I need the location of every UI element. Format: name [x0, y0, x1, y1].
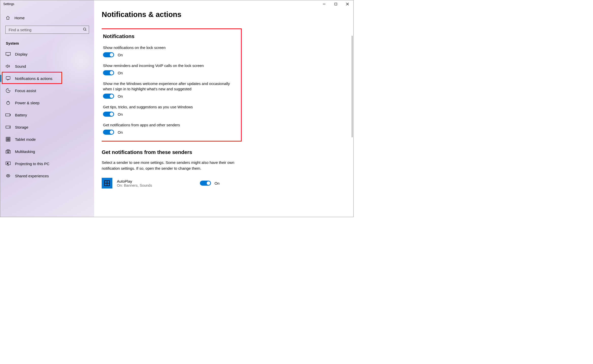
setting-0: Show notifications on the lock screen On [102, 45, 237, 57]
setting-1: Show reminders and incoming VoIP calls o… [102, 63, 237, 75]
sidebar-item-shared[interactable]: Shared experiences [0, 170, 94, 182]
sidebar: Home System DisplaySoundNotifications & … [0, 0, 94, 217]
svg-rect-11 [6, 114, 10, 116]
home-nav[interactable]: Home [0, 13, 94, 23]
search-box[interactable] [5, 26, 89, 34]
svg-rect-12 [10, 114, 10, 115]
toggle-switch[interactable] [103, 112, 114, 117]
setting-label: Get notifications from apps and other se… [103, 122, 237, 128]
sidebar-item-notifications[interactable]: Notifications & actions [0, 72, 94, 84]
toggle-switch[interactable] [103, 130, 114, 135]
svg-rect-16 [7, 138, 8, 139]
svg-rect-18 [7, 140, 8, 141]
sidebar-item-label: Storage [15, 125, 28, 129]
sidebar-item-label: Multitasking [15, 149, 35, 154]
sidebar-item-battery[interactable]: Battery [0, 109, 94, 121]
page-title: Notifications & actions [102, 10, 348, 19]
svg-rect-17 [8, 138, 10, 139]
toggle-switch[interactable] [103, 70, 114, 75]
toggle-state-label: On [118, 112, 123, 116]
sender-toggle-switch[interactable] [200, 181, 211, 186]
sidebar-item-label: Power & sleep [15, 101, 40, 105]
sidebar-item-label: Display [15, 52, 27, 56]
sidebar-item-label: Notifications & actions [15, 76, 53, 81]
maximize-button[interactable] [330, 0, 342, 8]
setting-label: Show reminders and incoming VoIP calls o… [103, 63, 237, 68]
sidebar-item-label: Sound [15, 64, 26, 68]
main-panel: Notifications & actions Notifications Sh… [94, 0, 353, 217]
toggle-state-label: On [118, 71, 123, 75]
sender-toggle-state: On [215, 181, 220, 185]
sender-status: On: Banners, Sounds [117, 183, 152, 187]
storage-icon [5, 125, 11, 130]
minimize-button[interactable] [318, 0, 330, 8]
shared-icon [5, 173, 11, 178]
svg-rect-6 [6, 53, 10, 55]
toggle-switch[interactable] [103, 52, 114, 57]
search-icon [83, 27, 87, 32]
setting-label: Show notifications on the lock screen [103, 45, 237, 50]
sidebar-item-sound[interactable]: Sound [0, 60, 94, 72]
home-label: Home [14, 16, 25, 20]
sender-row-0[interactable]: AutoPlay On: Banners, Sounds On [102, 178, 348, 188]
sidebar-section-label: System [0, 38, 94, 48]
sidebar-item-label: Shared experiences [15, 174, 49, 178]
sidebar-item-power[interactable]: Power & sleep [0, 97, 94, 109]
notifications-heading: Notifications [102, 33, 237, 39]
projecting-icon [5, 161, 11, 166]
window-title: Settings [0, 2, 14, 6]
search-input[interactable] [9, 28, 83, 32]
sound-icon [5, 64, 11, 69]
senders-heading: Get notifications from these senders [102, 149, 348, 155]
battery-icon [5, 112, 11, 117]
setting-4: Get notifications from apps and other se… [102, 122, 237, 135]
senders-description: Select a sender to see more settings. So… [102, 160, 239, 171]
setting-3: Get tips, tricks, and suggestions as you… [102, 104, 237, 117]
notifications-icon [5, 76, 11, 81]
power-icon [5, 100, 11, 105]
setting-2: Show me the Windows welcome experience a… [102, 81, 237, 99]
svg-rect-22 [8, 150, 10, 153]
setting-label: Get tips, tricks, and suggestions as you… [103, 104, 237, 110]
close-button[interactable] [342, 0, 353, 8]
svg-line-5 [85, 30, 86, 30]
svg-point-14 [9, 127, 10, 127]
sidebar-item-projecting[interactable]: Projecting to this PC [0, 158, 94, 170]
sender-tile-icon [102, 178, 112, 188]
sidebar-item-label: Projecting to this PC [15, 162, 49, 166]
toggle-state-label: On [118, 130, 123, 134]
sidebar-item-label: Tablet mode [15, 137, 36, 142]
sidebar-item-multitasking[interactable]: Multitasking [0, 145, 94, 158]
toggle-state-label: On [118, 53, 123, 57]
tablet-icon [5, 137, 11, 142]
scrollbar-thumb[interactable] [352, 36, 353, 137]
display-icon [5, 51, 11, 57]
svg-rect-19 [8, 140, 10, 141]
sidebar-item-label: Battery [15, 113, 27, 117]
sidebar-item-storage[interactable]: Storage [0, 121, 94, 133]
sidebar-item-focus[interactable]: Focus assist [0, 84, 94, 97]
setting-label: Show me the Windows welcome experience a… [103, 81, 237, 92]
focus-icon [5, 88, 11, 93]
sidebar-item-tablet[interactable]: Tablet mode [0, 133, 94, 145]
svg-rect-1 [335, 3, 337, 5]
sidebar-item-display[interactable]: Display [0, 48, 94, 60]
multitasking-icon [5, 149, 11, 154]
toggle-switch[interactable] [103, 94, 114, 99]
notifications-highlight-box: Notifications Show notifications on the … [102, 28, 242, 142]
sidebar-item-label: Focus assist [15, 89, 36, 93]
home-icon [5, 15, 10, 20]
toggle-state-label: On [118, 94, 123, 98]
sender-name: AutoPlay [117, 179, 152, 183]
svg-rect-8 [6, 77, 10, 79]
